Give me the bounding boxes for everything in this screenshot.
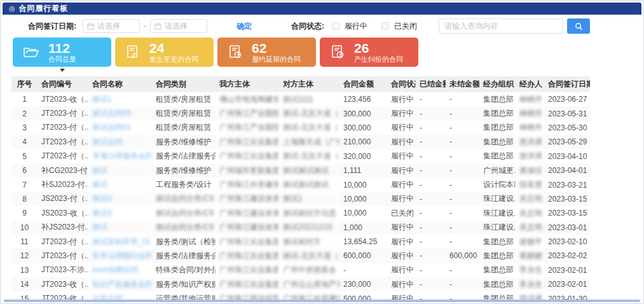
search-icon [575,22,583,31]
contract-name-link[interactable]: 测试 [88,221,152,235]
date-end-input[interactable]: 请选择 [150,19,207,33]
column-header[interactable]: 合同签订日期 [544,76,590,92]
table-cell: - [416,277,446,291]
table-cell: 广州珠江外资建筑设计... [279,291,339,304]
stat-card-disputed[interactable]: 26 产生纠纷的合同 [320,38,418,67]
table-cell: 2023-01-30 [544,291,590,304]
table-cell: 陈嘉慧（... [516,177,544,191]
table-cell: 300,000 [339,106,387,120]
stat-card-total[interactable]: 112 合同总量 [13,38,111,67]
contract-name-link[interactable]: 测试架构审查_01 [88,235,152,249]
table-cell: 广州珠江建设发展有限... [216,221,279,235]
contract-name-link[interactable]: 知识产权服务合同 [88,277,152,291]
table-cell: 测试合同分类/CS [152,192,216,206]
stat-card-delayed[interactable]: 62 履约延期的合同 [217,38,316,67]
table-cell: JT2023-付（... [38,249,88,263]
calendar-icon [154,23,161,30]
checkbox-performing[interactable]: 履行中 [332,21,367,32]
contract-name-link[interactable]: 测试3 [88,192,152,206]
checkbox-performing-label: 履行中 [345,21,367,32]
search-button[interactable] [567,18,590,34]
contract-name-link[interactable]: 专项法律服务合同 [88,149,152,163]
table-cell: JT2023-付（... [38,149,88,163]
table-cell: 9 [11,206,38,220]
table-row: 4JT2023-付（...测试合同服务类/维修维护广州珠江实业集团有限...上海… [11,135,590,149]
contract-name-link[interactable]: 常年法律顾问合同 [88,249,152,263]
contract-name-link[interactable]: 测试1 [88,92,152,106]
table-row: 13JT2023-不涉...xxxx捐赠合同特殊类合同/对外捐赠广州珠江实业集团… [11,263,590,277]
table-cell: JT2023-付（... [38,235,88,249]
stat-cards: 112 合同总量 24 发生变更的合同 62 履约延期的合同 [3,38,641,71]
stat-card-changed[interactable]: 24 发生变更的合同 [115,38,214,67]
status-label: 合同状态: [291,21,324,32]
table-cell: 测试相对方信息 [279,206,339,220]
table-body: 1JT2023-收（...测试1租赁类/房屋租赁佛山市电海陶建筑陶...测试11… [11,92,590,304]
table-cell: 履行中 [387,235,416,249]
table-row: 3JT2023-付（...测试合同01租赁类/房屋租赁广州珠江产业园投资发...… [11,121,590,135]
table-cell: - [416,177,446,191]
table-cell: 13,654.25 [339,235,387,249]
column-header: 经办人 [516,76,544,92]
search-area [439,18,590,34]
table-cell: 11 [11,235,38,249]
contracts-table: 序号合同编号合同名称合同类别我方主体对方主体合同金额合同状态已结金额未结金额经办… [11,76,590,304]
checkbox-icon[interactable] [332,22,339,30]
table-cell: 2 [11,106,38,120]
table-cell: 测试合同分类/CS [152,206,216,220]
table-cell: 测试-北京大道（长沙）... [279,121,339,135]
table-cell: 广州珠江实业集团有限... [216,135,279,149]
table-cell: 补SJ2023-付... [38,177,88,191]
table-cell: 广州中侨慈善会 [279,263,339,277]
contract-name-link[interactable]: xxxx捐赠合同 [88,263,152,277]
horizontal-scrollbar[interactable] [4,300,640,302]
table-cell: - [416,121,446,135]
table-cell: 2023-06-27 [544,92,590,106]
table-cell: 曾洪洲（... [516,149,544,163]
table-cell: 2023-02-02 [544,249,590,263]
table-cell: 广州珠江实业集团有限... [216,235,279,249]
column-header: 我方主体 [216,76,279,92]
table-cell: 2023-03-15 [544,192,590,206]
contract-name-link[interactable]: 测试 [88,163,152,177]
table-cell: 蒋丽丽（... [516,249,544,263]
contract-name-link[interactable]: 测试 [88,177,152,191]
table-cell: 履行中 [387,277,416,291]
column-header: 合同名称 [88,76,152,92]
table-cell: 租赁类/房屋租赁 [152,92,216,106]
table-cell: 15 [11,291,38,304]
table-cell: 李永生（... [516,263,544,277]
contract-name-link[interactable]: 测试3 [88,206,152,220]
table-cell: 集团总部 [479,121,516,135]
table-cell: 珠江建设... [479,221,516,235]
checkbox-icon[interactable] [381,22,389,30]
table-cell: 集团总部 [479,106,516,120]
column-header: 合同金额 [339,76,387,92]
doc-delay-icon [228,45,243,60]
contract-name-link[interactable]: 测试合同01 [88,121,152,135]
table-cell: 230,000 [339,277,387,291]
page-title: 合同履行看板 [19,3,69,14]
contract-name-link[interactable]: 测试合同05 [88,106,152,120]
table-cell: 林晓丹（... [516,92,544,106]
contract-name-link[interactable]: 运营合同 [88,291,152,304]
table-cell: 测试合同分类/CS [152,221,216,235]
date-end-placeholder: 请选择 [165,21,188,32]
confirm-button[interactable]: 确定 [236,21,252,32]
table-cell: 广州珠江建设发展有限... [216,192,279,206]
table-cell: 5 [11,149,38,163]
contract-dashboard-window: ◎ 合同履行看板 合同签订日期: 请选择 - 请选择 确定 合同状态: 履行中 … [0,0,644,304]
column-header: 未结金额 [446,76,479,92]
table-cell: 设计院本部 [479,177,516,191]
column-header: 合同类别 [152,76,216,92]
search-input[interactable] [439,18,563,34]
stat-value: 62 [252,41,301,55]
table-cell: 2023-03-21 [544,177,590,191]
table-cell: - [416,206,446,220]
table-cell: 履行中 [387,106,416,120]
table-cell: 3 [11,121,38,135]
date-start-input[interactable]: 请选择 [83,19,140,33]
checkbox-closed[interactable]: 已关闭 [381,21,417,32]
table-cell: 履行中 [387,149,416,163]
contract-name-link[interactable]: 测试合同 [88,135,152,149]
table-cell: - [446,206,479,220]
